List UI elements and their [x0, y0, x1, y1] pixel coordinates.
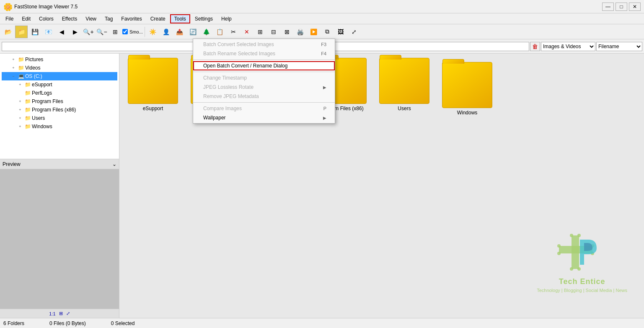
close-button[interactable]: ✕	[629, 3, 641, 11]
menu-batch-convert-shortcut: F3	[321, 42, 326, 47]
grid-button[interactable]: ⊞	[254, 26, 266, 38]
svg-rect-0	[572, 235, 579, 269]
preview-collapse-icon[interactable]: ⌄	[112, 161, 116, 167]
menu-tag[interactable]: Tag	[101, 14, 116, 23]
compare-button[interactable]: ⧉	[321, 26, 334, 38]
tree-item-users[interactable]: + 📁 Users	[2, 114, 117, 122]
expand-icon-programfilesx86[interactable]: +	[17, 106, 23, 113]
menu-effects[interactable]: Effects	[58, 14, 81, 23]
next-button[interactable]: ▶	[69, 26, 81, 38]
tree-item-pictures[interactable]: + 📁 Pictures	[2, 55, 117, 64]
menu-colors[interactable]: Colors	[35, 14, 57, 23]
folder-icon-users-thumb	[379, 58, 429, 104]
watermark-brand: Tech Entice	[559, 277, 605, 286]
menu-create[interactable]: Create	[147, 14, 169, 23]
menu-wallpaper[interactable]: Wallpaper ▶	[193, 113, 335, 122]
tree-item-osc[interactable]: − 💻 OS (C:)	[2, 72, 117, 80]
prev-button[interactable]: ◀	[55, 26, 68, 38]
person-button[interactable]: 👤	[160, 26, 173, 38]
file-browser-button[interactable]: 📁	[15, 26, 28, 38]
minimize-button[interactable]: —	[602, 3, 614, 11]
tree-item-videos[interactable]: + 📁 Videos	[2, 64, 117, 72]
sort-select[interactable]: Filename File Size Date Modified File Ty…	[596, 42, 642, 51]
folder-icon-programfiles: 📁	[24, 98, 31, 104]
tree-item-programfilesx86[interactable]: + 📁 Program Files (x86)	[2, 106, 117, 114]
menu-open-batch-label: Open Batch Convert / Rename Dialog	[203, 63, 287, 69]
menu-compare-images[interactable]: Compare Images P	[193, 104, 335, 113]
expand-icon[interactable]: ⤢	[66, 311, 70, 316]
menu-change-timestamp[interactable]: Change Timestamp	[193, 73, 335, 83]
menu-jpeg-rotate-label: JPEG Lossless Rotate	[203, 84, 253, 90]
maximize-button[interactable]: □	[616, 3, 627, 11]
toolbar-sep1	[145, 27, 145, 37]
expand-icon-users[interactable]: +	[17, 115, 23, 121]
expand-icon-windows[interactable]: +	[17, 123, 23, 130]
expand-icon-osc[interactable]: −	[10, 73, 17, 80]
fit-page-icon[interactable]: ⊞	[59, 311, 63, 316]
folder-users[interactable]: Users	[375, 58, 434, 116]
menu-file[interactable]: File	[2, 14, 17, 23]
thumb-button[interactable]: 🖼	[334, 26, 347, 38]
folder-label-windows: Windows	[457, 110, 478, 116]
delete-toolbar-button[interactable]: ✕	[241, 26, 253, 38]
menu-batch-convert[interactable]: Batch Convert Selected Images F3	[193, 40, 335, 49]
menu-remove-jpeg[interactable]: Remove JPEG Metadata	[193, 92, 335, 101]
tree-item-programfiles[interactable]: + 📁 Program Files	[2, 97, 117, 106]
main-toolbar: 📂 📁 💾 📧 ◀ ▶ 🔍+ 🔍− ⊞ Smo... ☀️ 👤 📤 🔄 🌲 📋 …	[0, 24, 644, 39]
watermark-tagline: Technology | Blogging | Social Media | N…	[537, 288, 627, 293]
refresh-button[interactable]: 🔄	[187, 26, 199, 38]
left-panel: + 📁 Pictures + 📁 Videos − 💻 OS (C:) + 📁	[0, 54, 119, 318]
menu-batch-rename[interactable]: Batch Rename Selected Images F4	[193, 49, 335, 58]
tree-label-users: Users	[32, 115, 45, 121]
grid2-button[interactable]: ⊟	[267, 26, 280, 38]
watermark-logo	[548, 227, 616, 277]
copy-button[interactable]: 📋	[214, 26, 226, 38]
save-button[interactable]: 💾	[28, 26, 41, 38]
print-button[interactable]: 🖨️	[294, 26, 307, 38]
menu-open-batch[interactable]: Open Batch Convert / Rename Dialog	[193, 61, 335, 70]
tree-item-perflogs[interactable]: 📁 PerfLogs	[2, 89, 117, 97]
folder-esupport[interactable]: eSupport	[124, 58, 182, 116]
folder-windows[interactable]: Windows	[438, 62, 497, 116]
grid3-button[interactable]: ⊠	[281, 26, 293, 38]
status-folders: 6 Folders	[3, 320, 24, 326]
share-button[interactable]: 📤	[173, 26, 186, 38]
svg-point-3	[577, 234, 581, 237]
menu-wallpaper-label: Wallpaper	[203, 115, 226, 121]
menu-help[interactable]: Help	[217, 14, 235, 23]
slideshow-button[interactable]: ▶️	[308, 26, 320, 38]
open-file-button[interactable]: 📂	[2, 26, 14, 38]
menu-compare-label: Compare Images	[203, 106, 242, 111]
menu-tools[interactable]: Tools	[170, 14, 190, 23]
fit-button[interactable]: ⊞	[109, 26, 122, 38]
menu-favorites[interactable]: Favorites	[117, 14, 145, 23]
clear-address-button[interactable]: 🗑	[530, 42, 540, 51]
sun-button[interactable]: ☀️	[147, 26, 159, 38]
svg-point-7	[591, 252, 594, 255]
drive-icon-osc: 💻	[18, 73, 24, 79]
menu-settings[interactable]: Settings	[191, 14, 217, 23]
menu-jpeg-rotate[interactable]: JPEG Lossless Rotate ▶	[193, 83, 335, 92]
zoom-in-button[interactable]: 🔍+	[82, 26, 95, 38]
tree-item-esupport[interactable]: + 📁 eSupport	[2, 80, 117, 89]
folder-icon-videos: 📁	[18, 65, 24, 71]
menu-view[interactable]: View	[82, 14, 100, 23]
zoom-out-button[interactable]: 🔍−	[96, 26, 108, 38]
menu-edit[interactable]: Edit	[18, 14, 34, 23]
tree-label-programfilesx86: Program Files (x86)	[32, 107, 76, 113]
expand-icon-programfiles[interactable]: +	[17, 98, 23, 105]
smooth-input[interactable]	[122, 29, 128, 34]
expand-icon-esupport[interactable]: +	[17, 81, 23, 88]
folder-icon-windows-thumb	[442, 62, 492, 108]
cut-button[interactable]: ✂	[227, 26, 240, 38]
resize-button[interactable]: ⤢	[348, 26, 360, 38]
file-filter-select[interactable]: Images & Videos Images Only Videos Only …	[541, 42, 595, 51]
expand-icon-videos[interactable]: +	[10, 65, 17, 71]
tree-button[interactable]: 🌲	[200, 26, 213, 38]
expand-icon-pictures[interactable]: +	[10, 56, 17, 63]
email-button[interactable]: 📧	[42, 26, 54, 38]
smooth-checkbox[interactable]: Smo...	[122, 29, 143, 34]
svg-point-8	[570, 267, 573, 271]
menu-batch-convert-label: Batch Convert Selected Images	[203, 41, 274, 47]
tree-item-windows[interactable]: + 📁 Windows	[2, 122, 117, 131]
